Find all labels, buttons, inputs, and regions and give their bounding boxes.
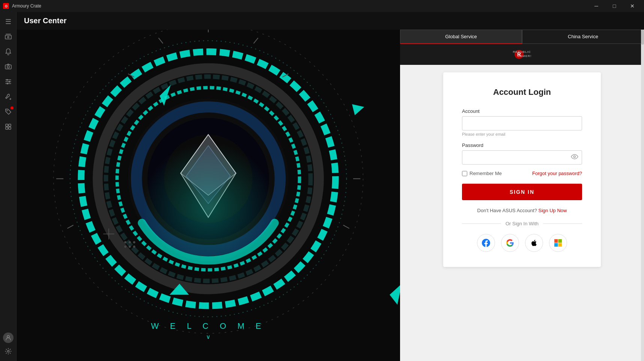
hero-graphic xyxy=(17,30,400,345)
rog-logo-icon: R REPUBLIC OF GAMERS xyxy=(513,48,531,60)
svg-point-42 xyxy=(124,241,126,243)
password-input[interactable] xyxy=(462,150,582,165)
forgot-password-link[interactable]: Forgot your password? xyxy=(532,171,582,176)
account-hint: Please enter your email xyxy=(462,132,582,136)
svg-point-5 xyxy=(9,81,10,82)
google-signin-button[interactable] xyxy=(501,234,519,252)
scrollbar[interactable] xyxy=(641,30,644,361)
minimize-button[interactable]: ─ xyxy=(588,0,605,12)
avatar[interactable] xyxy=(3,333,14,343)
svg-text:GAMERS: GAMERS xyxy=(518,54,531,58)
svg-text:REPUBLIC OF: REPUBLIC OF xyxy=(513,50,531,54)
svg-point-4 xyxy=(6,79,8,81)
svg-rect-9 xyxy=(9,124,11,126)
svg-point-43 xyxy=(129,241,131,243)
divider-line-left xyxy=(462,223,501,224)
sidebar-item-settings[interactable] xyxy=(2,345,15,358)
svg-line-28 xyxy=(254,38,258,43)
svg-point-54 xyxy=(574,156,576,158)
svg-rect-58 xyxy=(558,243,562,247)
account-label: Account xyxy=(462,108,582,114)
microsoft-signin-button[interactable] xyxy=(549,234,567,252)
svg-point-47 xyxy=(133,246,135,248)
page-title: User Center xyxy=(24,16,636,25)
divider: Or Sign In With xyxy=(462,221,582,226)
svg-point-12 xyxy=(7,336,9,338)
svg-rect-55 xyxy=(554,239,558,243)
welcome-chevron: ∨ xyxy=(206,333,211,340)
tab-china-service[interactable]: China Service xyxy=(522,30,644,44)
remember-me-checkbox[interactable] xyxy=(462,171,467,176)
signup-link[interactable]: Sign Up Now xyxy=(539,208,567,213)
sidebar-item-menu[interactable]: ☰ xyxy=(2,15,15,28)
rog-header: R REPUBLIC OF GAMERS xyxy=(400,44,644,65)
svg-line-31 xyxy=(343,225,349,229)
svg-marker-37 xyxy=(352,104,364,115)
sidebar-item-tags[interactable] xyxy=(2,105,15,118)
svg-point-1 xyxy=(8,36,9,38)
svg-point-45 xyxy=(124,246,126,248)
svg-marker-39 xyxy=(390,284,400,305)
account-input[interactable] xyxy=(462,116,582,130)
apple-signin-button[interactable] xyxy=(525,234,543,252)
password-toggle-icon[interactable] xyxy=(571,154,578,161)
sidebar-item-devices[interactable] xyxy=(2,30,15,43)
svg-point-46 xyxy=(129,246,131,248)
svg-rect-56 xyxy=(558,239,562,243)
scrollbar-thumb[interactable] xyxy=(641,30,644,45)
signup-text: Don't Have ASUS Account? Sign Up Now xyxy=(462,208,582,213)
svg-line-35 xyxy=(67,225,73,229)
remember-me-label[interactable]: Remember Me xyxy=(462,171,502,176)
title-bar-left: ⚙ Armoury Crate xyxy=(3,3,41,9)
welcome-text: W E L C O M E xyxy=(151,321,266,331)
sidebar-bottom xyxy=(2,333,15,358)
social-icons xyxy=(462,234,582,252)
svg-line-32 xyxy=(158,38,163,43)
main-layout: ☰ xyxy=(0,12,644,361)
svg-point-13 xyxy=(7,351,9,352)
svg-rect-8 xyxy=(6,124,8,126)
close-button[interactable]: ✕ xyxy=(624,0,641,12)
sidebar: ☰ xyxy=(0,12,17,361)
sign-in-button[interactable]: SIGN IN xyxy=(462,184,582,200)
svg-rect-10 xyxy=(6,127,8,129)
sidebar-item-notifications[interactable] xyxy=(2,45,15,58)
sidebar-item-grid[interactable] xyxy=(2,120,15,133)
account-field-group: Account Please enter your email xyxy=(462,108,582,136)
title-bar-controls: ─ □ ✕ xyxy=(588,0,641,12)
form-options: Remember Me Forgot your password? xyxy=(462,171,582,176)
title-bar: ⚙ Armoury Crate ─ □ ✕ xyxy=(0,0,644,12)
hero-area: W E L C O M E ∨ xyxy=(17,30,400,361)
tab-global-service[interactable]: Global Service xyxy=(400,30,522,44)
sidebar-item-sliders[interactable] xyxy=(2,75,15,88)
login-panel: Global Service China Service R REPUBLIC … xyxy=(400,30,644,361)
page-header: User Center xyxy=(17,12,644,30)
divider-line-right xyxy=(543,223,582,224)
svg-rect-0 xyxy=(5,35,11,39)
facebook-signin-button[interactable] xyxy=(477,234,495,252)
password-field-group: Password xyxy=(462,142,582,165)
content-body: W E L C O M E ∨ Global Service China Ser… xyxy=(17,30,644,361)
service-tabs: Global Service China Service xyxy=(400,30,644,44)
content-area: User Center xyxy=(17,12,644,361)
login-form-area: Account Login Account Please enter your … xyxy=(400,65,644,361)
login-title: Account Login xyxy=(462,87,582,97)
maximize-button[interactable]: □ xyxy=(606,0,623,12)
facebook-icon xyxy=(482,239,490,247)
password-wrapper xyxy=(462,150,582,165)
svg-point-7 xyxy=(6,110,8,111)
svg-point-48 xyxy=(142,129,275,262)
password-label: Password xyxy=(462,142,582,148)
divider-text: Or Sign In With xyxy=(506,221,539,226)
rog-logo: R REPUBLIC OF GAMERS xyxy=(513,48,531,60)
microsoft-icon xyxy=(554,239,562,247)
apple-icon xyxy=(530,239,538,247)
sidebar-item-wrench[interactable] xyxy=(2,90,15,103)
svg-rect-11 xyxy=(9,127,11,129)
login-card: Account Login Account Please enter your … xyxy=(443,72,601,267)
app-title: Armoury Crate xyxy=(12,3,41,9)
sidebar-item-camera[interactable] xyxy=(2,60,15,73)
svg-point-44 xyxy=(133,241,135,243)
google-icon xyxy=(506,239,514,247)
svg-point-6 xyxy=(7,83,8,84)
